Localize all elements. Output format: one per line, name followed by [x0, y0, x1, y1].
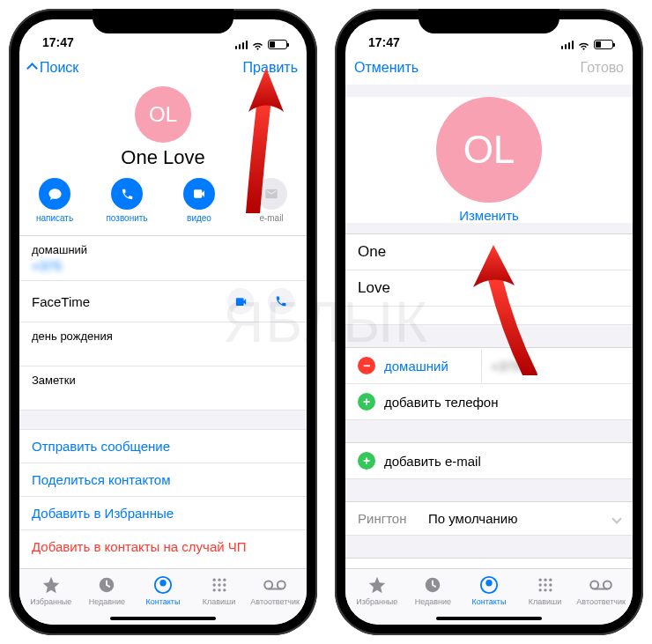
minus-icon[interactable]: −	[358, 357, 375, 374]
message-icon	[48, 187, 63, 202]
tab-voicemail[interactable]: Автоответчик	[247, 573, 303, 614]
cancel-button[interactable]: Отменить	[354, 60, 419, 76]
video-icon	[192, 187, 206, 201]
svg-point-9	[212, 588, 215, 591]
tab-contacts[interactable]: Контакты	[461, 573, 517, 614]
svg-point-10	[218, 588, 220, 591]
nav-bar: Отменить Готово	[345, 51, 633, 85]
ringtone-row[interactable]: Рингтон По умолчанию	[345, 501, 633, 535]
phone-type-label: домашний	[32, 243, 294, 256]
chevron-right-icon	[611, 514, 621, 523]
svg-point-12	[264, 581, 272, 589]
phone-left: 17:47 Поиск Править OL One Love	[9, 9, 317, 635]
status-time: 17:47	[42, 35, 74, 49]
notes-label: Заметки	[32, 374, 76, 387]
facetime-video-button[interactable]	[227, 288, 254, 315]
svg-point-18	[538, 579, 541, 581]
nav-bar: Поиск Править	[19, 51, 307, 85]
tab-favorites[interactable]: Избранные	[23, 573, 79, 614]
svg-point-6	[212, 583, 215, 586]
phone-cell[interactable]: домашний +375	[19, 235, 307, 280]
tab-recents[interactable]: Недавние	[79, 573, 136, 614]
change-photo-link[interactable]: Изменить	[345, 208, 633, 223]
svg-point-22	[544, 583, 546, 586]
phone-right: 17:47 Отменить Готово OL Изменить	[335, 9, 643, 635]
wifi-icon	[251, 40, 264, 49]
voicemail-icon	[589, 574, 612, 596]
tab-keypad[interactable]: Клавиши	[517, 573, 574, 614]
tab-voicemail[interactable]: Автоответчик	[573, 573, 629, 614]
birthday-label: день рождения	[32, 329, 294, 343]
plus-icon: +	[358, 393, 375, 411]
svg-point-2	[160, 581, 166, 586]
notes-cell[interactable]: Заметки	[19, 366, 307, 410]
send-message-link[interactable]: Отправить сообщение	[19, 429, 307, 463]
avatar: OL	[135, 86, 191, 143]
back-button[interactable]: Поиск	[28, 60, 78, 76]
message-action[interactable]: написать	[28, 178, 81, 223]
voicemail-icon	[263, 574, 286, 596]
last-name-input[interactable]	[358, 279, 620, 297]
contact-icon	[153, 574, 173, 596]
svg-point-23	[549, 583, 552, 586]
call-action[interactable]: позвонить	[100, 178, 153, 223]
action-row: написать позвонить видео e-mail	[19, 178, 307, 223]
textsound-row[interactable]: Звук сообщ. По умолчанию	[345, 558, 633, 568]
last-name-field[interactable]	[345, 270, 633, 306]
svg-point-26	[549, 588, 552, 591]
star-icon	[41, 574, 61, 596]
battery-icon	[594, 40, 613, 49]
contact-icon	[479, 574, 499, 596]
wifi-icon	[577, 40, 590, 49]
clock-icon	[423, 574, 442, 596]
phone-icon	[121, 188, 134, 201]
keypad-icon	[537, 574, 554, 596]
first-name-field[interactable]	[345, 233, 633, 270]
share-contact-link[interactable]: Поделиться контактом	[19, 463, 307, 496]
birthday-value	[32, 344, 294, 359]
tab-contacts[interactable]: Контакты	[135, 573, 191, 614]
first-name-input[interactable]	[358, 243, 620, 261]
star-icon	[367, 574, 387, 596]
svg-point-27	[590, 581, 598, 589]
birthday-cell[interactable]: день рождения	[19, 322, 307, 366]
add-emergency-link[interactable]: Добавить в контакты на случай ЧП	[19, 529, 307, 563]
signal-icon	[561, 41, 574, 49]
facetime-audio-button[interactable]	[268, 288, 294, 315]
done-button[interactable]: Готово	[581, 60, 624, 76]
svg-point-17	[486, 581, 492, 586]
company-field[interactable]	[345, 306, 633, 324]
add-email-row[interactable]: + добавить e-mail	[345, 442, 633, 478]
tab-recents[interactable]: Недавние	[405, 573, 462, 614]
tab-keypad[interactable]: Клавиши	[191, 573, 248, 614]
spacer	[19, 410, 307, 429]
svg-point-11	[223, 588, 226, 591]
notch	[93, 9, 233, 33]
avatar[interactable]: OL	[436, 97, 542, 203]
video-action[interactable]: видео	[173, 178, 226, 223]
clock-icon	[97, 574, 116, 596]
svg-point-7	[218, 583, 220, 586]
svg-point-25	[544, 588, 546, 591]
facetime-cell[interactable]: FaceTime	[19, 280, 307, 322]
contact-name: One Love	[19, 146, 307, 169]
edit-button[interactable]: Править	[243, 60, 298, 76]
home-indicator	[436, 617, 542, 620]
home-indicator	[110, 617, 216, 620]
status-time: 17:47	[368, 35, 400, 49]
svg-point-13	[278, 581, 285, 589]
svg-point-3	[212, 579, 215, 581]
svg-point-20	[549, 579, 552, 581]
notch	[419, 9, 559, 33]
phone-edit-row[interactable]: − домашний +375	[345, 347, 633, 383]
add-favorite-link[interactable]: Добавить в Избранные	[19, 496, 307, 529]
svg-point-8	[223, 583, 226, 586]
chevron-left-icon	[26, 63, 38, 74]
keypad-icon	[211, 574, 228, 596]
add-phone-row[interactable]: + добавить телефон	[345, 383, 633, 419]
tab-favorites[interactable]: Избранные	[349, 573, 405, 614]
mail-action: e-mail	[245, 178, 298, 223]
svg-point-24	[538, 588, 541, 591]
mail-icon	[264, 187, 278, 201]
signal-icon	[235, 41, 248, 49]
